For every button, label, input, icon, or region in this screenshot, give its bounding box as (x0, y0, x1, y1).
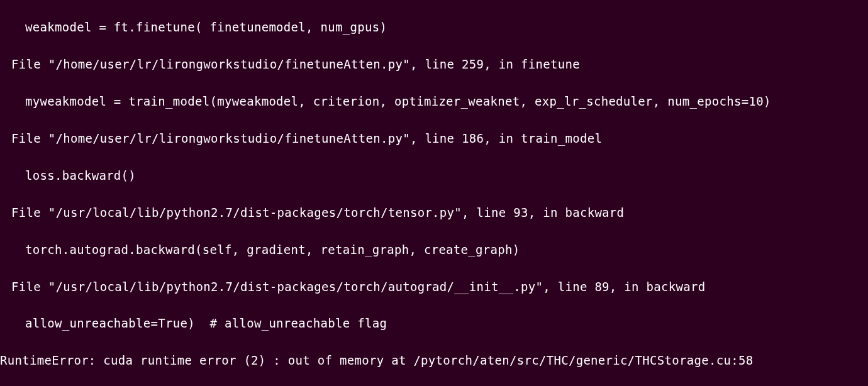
traceback-code-line: allow_unreachable=True) # allow_unreacha… (0, 314, 866, 333)
traceback-file-line: File "/usr/local/lib/python2.7/dist-pack… (0, 278, 866, 296)
traceback-file-line: File "/home/user/lr/lirongworkstudio/fin… (0, 55, 866, 74)
terminal-output: weakmodel = ft.finetune( finetunemodel, … (0, 0, 868, 386)
runtime-error-line: RuntimeError: cuda runtime error (2) : o… (0, 351, 866, 370)
traceback-code-line: weakmodel = ft.finetune( finetunemodel, … (0, 18, 866, 36)
traceback-file-line: File "/home/user/lr/lirongworkstudio/fin… (0, 130, 866, 148)
traceback-file-line: File "/usr/local/lib/python2.7/dist-pack… (0, 204, 866, 222)
traceback-code-line: loss.backward() (0, 167, 866, 185)
traceback-code-line: myweakmodel = train_model(myweakmodel, c… (0, 92, 866, 111)
traceback-code-line: torch.autograd.backward(self, gradient, … (0, 241, 866, 259)
